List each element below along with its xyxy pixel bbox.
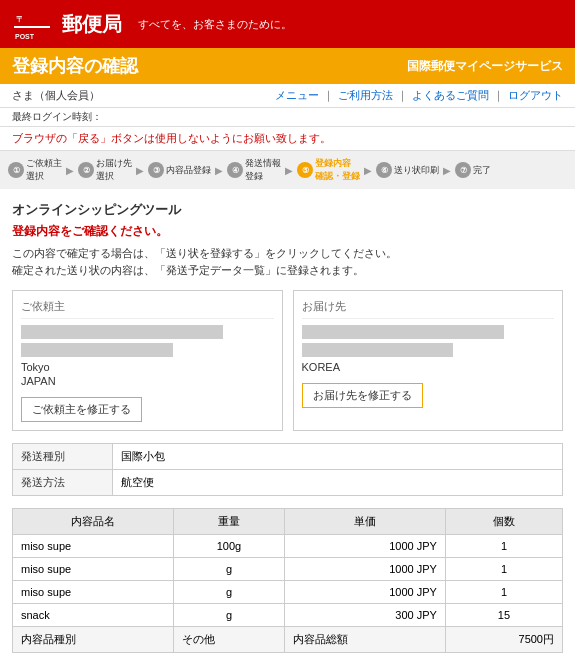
item-1-price: 1000 JPY [285,535,446,558]
item-4-qty: 15 [445,604,562,627]
step-3-label: 内容品登録 [166,164,211,177]
category-value: その他 [173,627,285,653]
items-footer-row: 内容品種別 その他 内容品総額 7500円 [13,627,563,653]
item-4-name: snack [13,604,174,627]
arrow-3: ▶ [215,165,223,176]
item-1-weight: 100g [173,535,285,558]
step-6: ⑥ 送り状印刷 [376,162,439,178]
item-3-qty: 1 [445,581,562,604]
service-title: 国際郵便マイページサービス [407,58,563,75]
step-4-circle: ④ [227,162,243,178]
main-content: オンラインシッピングツール 登録内容をご確認ください。 この内容で確定する場合は… [0,189,575,670]
table-row: miso supe g 1000 JPY 1 [13,581,563,604]
col-price-header: 単価 [285,509,446,535]
logout-link[interactable]: ログアウト [508,88,563,103]
recipient-addr-placeholder [302,343,454,357]
item-2-price: 1000 JPY [285,558,446,581]
user-info: さま（個人会員） [12,88,100,103]
svg-text:〒: 〒 [16,15,24,24]
sender-name-placeholder [21,325,223,339]
confirm-desc1: この内容で確定する場合は、「送り状を登録する」をクリックしてください。 [12,246,563,261]
title-bar: 登録内容の確認 国際郵便マイページサービス [0,48,575,84]
confirm-desc2: 確定された送り状の内容は、「発送予定データ一覧」に登録されます。 [12,263,563,278]
login-time: 最終ログイン時刻： [0,108,575,127]
arrow-1: ▶ [66,165,74,176]
arrow-6: ▶ [443,165,451,176]
total-label: 内容品総額 [285,627,446,653]
step-4-label: 発送情報登録 [245,157,281,183]
shipping-method-row: 発送方法 航空便 [13,470,563,496]
sender-modify-button[interactable]: ご依頼主を修正する [21,397,142,422]
item-4-price: 300 JPY [285,604,446,627]
category-label: 内容品種別 [13,627,174,653]
step-5-label: 登録内容確認・登録 [315,157,360,183]
step-2: ② お届け先選択 [78,157,132,183]
item-4-weight: g [173,604,285,627]
shipping-method-label: 発送方法 [13,470,113,496]
svg-text:POST: POST [15,33,35,40]
warning-text: ブラウザの「戻る」ボタンは使用しないようにお願い致します。 [12,132,331,144]
step-7: ⑦ 完了 [455,162,491,178]
col-qty-header: 個数 [445,509,562,535]
sender-addr-placeholder [21,343,173,357]
arrow-4: ▶ [285,165,293,176]
step-1: ① ご依頼主選択 [8,157,62,183]
tool-name: オンラインシッピングツール [12,201,563,219]
item-2-qty: 1 [445,558,562,581]
step-3-circle: ③ [148,162,164,178]
total-value: 7500円 [445,627,562,653]
usage-link[interactable]: ご利用方法 [338,88,393,103]
faq-link[interactable]: よくあるご質問 [412,88,489,103]
header: 〒 POST 郵便局 すべてを、お客さまのために。 [0,0,575,48]
shipping-type-row: 発送種別 国際小包 [13,444,563,470]
recipient-modify-button[interactable]: お届け先を修正する [302,383,423,408]
step-7-circle: ⑦ [455,162,471,178]
item-2-name: miso supe [13,558,174,581]
step-nav: ① ご依頼主選択 ▶ ② お届け先選択 ▶ ③ 内容品登録 ▶ ④ 発送情報登録… [0,151,575,189]
step-5: ⑤ 登録内容確認・登録 [297,157,360,183]
item-3-weight: g [173,581,285,604]
recipient-country: KOREA [302,361,555,373]
sep1: ｜ [323,88,334,103]
shipping-type-value: 国際小包 [113,444,563,470]
table-row: miso supe 100g 1000 JPY 1 [13,535,563,558]
table-row: miso supe g 1000 JPY 1 [13,558,563,581]
step-1-label: ご依頼主選択 [26,157,62,183]
item-3-price: 1000 JPY [285,581,446,604]
shipping-method-value: 航空便 [113,470,563,496]
recipient-name-placeholder [302,325,504,339]
step-2-label: お届け先選択 [96,157,132,183]
items-table: 内容品名 重量 単価 個数 miso supe 100g 1000 JPY 1 … [12,508,563,653]
col-weight-header: 重量 [173,509,285,535]
sender-box: ご依頼主 Tokyo JAPAN ご依頼主を修正する [12,290,283,431]
address-row: ご依頼主 Tokyo JAPAN ご依頼主を修正する お届け先 KOREA お届… [12,290,563,431]
header-tagline: すべてを、お客さまのために。 [138,17,292,32]
sender-city: Tokyo [21,361,274,373]
table-row: snack g 300 JPY 15 [13,604,563,627]
item-3-name: miso supe [13,581,174,604]
items-table-header-row: 内容品名 重量 単価 個数 [13,509,563,535]
item-1-name: miso supe [13,535,174,558]
sender-country: JAPAN [21,375,274,387]
jp-post-logo-icon: 〒 POST [12,4,52,44]
arrow-5: ▶ [364,165,372,176]
menu-link[interactable]: メニュー [275,88,319,103]
user-bar: さま（個人会員） メニュー ｜ ご利用方法 ｜ よくあるご質問 ｜ ログアウト [0,84,575,108]
step-3: ③ 内容品登録 [148,162,211,178]
confirm-title: 登録内容をご確認ください。 [12,223,563,240]
shipping-type-label: 発送種別 [13,444,113,470]
user-nav: メニュー ｜ ご利用方法 ｜ よくあるご質問 ｜ ログアウト [275,88,563,103]
warning-bar: ブラウザの「戻る」ボタンは使用しないようにお願い致します。 [0,127,575,151]
step-4: ④ 発送情報登録 [227,157,281,183]
sender-label: ご依頼主 [21,299,274,319]
item-1-qty: 1 [445,535,562,558]
col-name-header: 内容品名 [13,509,174,535]
step-6-label: 送り状印刷 [394,164,439,177]
header-title: 郵便局 [62,11,122,38]
logo-box: 〒 POST 郵便局 [12,4,122,44]
item-2-weight: g [173,558,285,581]
step-1-circle: ① [8,162,24,178]
step-6-circle: ⑥ [376,162,392,178]
sep2: ｜ [397,88,408,103]
login-time-label: 最終ログイン時刻： [12,111,102,122]
